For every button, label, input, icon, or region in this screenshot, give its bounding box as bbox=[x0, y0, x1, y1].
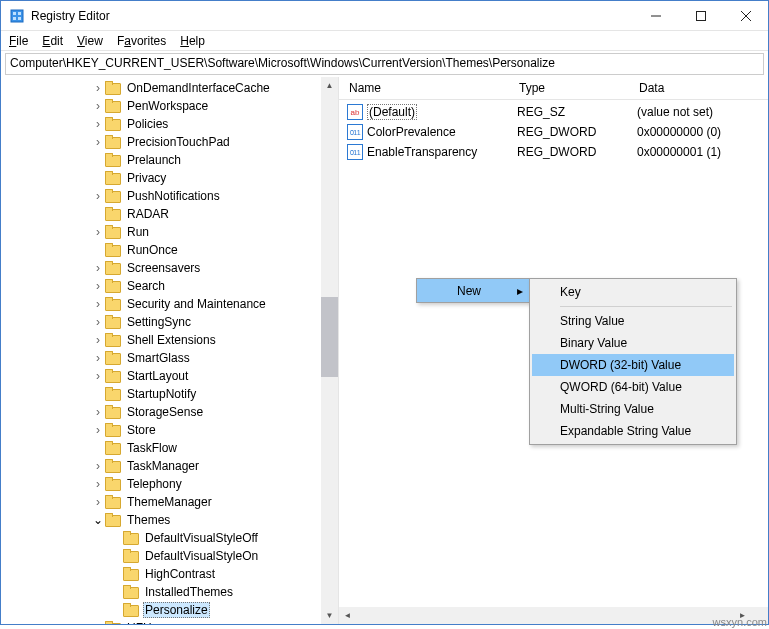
list-row[interactable]: ab(Default)REG_SZ(value not set) bbox=[339, 102, 768, 122]
folder-icon bbox=[105, 99, 121, 113]
tree-item[interactable]: ›Privacy bbox=[1, 169, 338, 187]
tree-expander-icon[interactable]: ⌄ bbox=[91, 513, 105, 527]
list-row[interactable]: 011ColorPrevalenceREG_DWORD0x00000000 (0… bbox=[339, 122, 768, 142]
tree-item[interactable]: ›StartLayout bbox=[1, 367, 338, 385]
tree-item[interactable]: ›SettingSync bbox=[1, 313, 338, 331]
tree-item[interactable]: ›Personalize bbox=[1, 601, 338, 619]
window-title: Registry Editor bbox=[31, 9, 633, 23]
folder-icon bbox=[105, 189, 121, 203]
menu-favorites[interactable]: Favorites bbox=[117, 34, 166, 48]
watermark: wsxyn.com bbox=[713, 616, 767, 628]
tree-label: Run bbox=[125, 225, 151, 239]
tree-item[interactable]: ›TaskFlow bbox=[1, 439, 338, 457]
tree-expander-icon[interactable]: › bbox=[91, 81, 105, 95]
tree-item[interactable]: ›Telephony bbox=[1, 475, 338, 493]
tree-item[interactable]: ›Prelaunch bbox=[1, 151, 338, 169]
list-hscrollbar[interactable]: ◄ ► bbox=[339, 607, 751, 624]
tree-expander-icon[interactable]: › bbox=[91, 495, 105, 509]
tree-expander-icon[interactable]: › bbox=[91, 333, 105, 347]
tree-item[interactable]: ›StorageSense bbox=[1, 403, 338, 421]
tree-item[interactable]: ›ThemeManager bbox=[1, 493, 338, 511]
context-item[interactable]: DWORD (32-bit) Value bbox=[532, 354, 734, 376]
folder-icon bbox=[123, 585, 139, 599]
tree-expander-icon[interactable]: › bbox=[91, 423, 105, 437]
tree-item[interactable]: ›InstalledThemes bbox=[1, 583, 338, 601]
tree-item[interactable]: ›StartupNotify bbox=[1, 385, 338, 403]
tree-item[interactable]: ⌄Themes bbox=[1, 511, 338, 529]
tree-label: TaskManager bbox=[125, 459, 201, 473]
folder-icon bbox=[105, 297, 121, 311]
folder-icon bbox=[105, 441, 121, 455]
menu-view[interactable]: View bbox=[77, 34, 103, 48]
tree-expander-icon[interactable]: › bbox=[91, 315, 105, 329]
tree-label: RunOnce bbox=[125, 243, 180, 257]
context-item[interactable]: Binary Value bbox=[532, 332, 734, 354]
tree-item[interactable]: ›Policies bbox=[1, 115, 338, 133]
context-item[interactable]: QWORD (64-bit) Value bbox=[532, 376, 734, 398]
tree-scrollbar[interactable]: ▲ ▼ bbox=[321, 77, 338, 624]
menu-help[interactable]: Help bbox=[180, 34, 205, 48]
tree-label: Store bbox=[125, 423, 158, 437]
tree-expander-icon[interactable]: › bbox=[91, 117, 105, 131]
tree-expander-icon[interactable]: › bbox=[91, 135, 105, 149]
value-type: REG_SZ bbox=[517, 105, 637, 119]
tree-item[interactable]: ›PushNotifications bbox=[1, 187, 338, 205]
close-button[interactable] bbox=[723, 1, 768, 30]
col-type[interactable]: Type bbox=[517, 77, 637, 99]
address-bar[interactable]: Computer\HKEY_CURRENT_USER\Software\Micr… bbox=[5, 53, 764, 75]
tree-expander-icon[interactable]: › bbox=[91, 279, 105, 293]
minimize-button[interactable] bbox=[633, 1, 678, 30]
col-data[interactable]: Data bbox=[637, 77, 737, 99]
value-name: ColorPrevalence bbox=[367, 125, 517, 139]
scroll-thumb[interactable] bbox=[321, 297, 338, 377]
tree-label: SettingSync bbox=[125, 315, 193, 329]
tree-expander-icon[interactable]: › bbox=[91, 405, 105, 419]
context-item[interactable]: String Value bbox=[532, 310, 734, 332]
tree-expander-icon[interactable]: › bbox=[91, 189, 105, 203]
scroll-left-button[interactable]: ◄ bbox=[339, 607, 356, 624]
tree-item[interactable]: ›SmartGlass bbox=[1, 349, 338, 367]
tree-expander-icon[interactable]: › bbox=[91, 261, 105, 275]
tree-item[interactable]: ›DefaultVisualStyleOff bbox=[1, 529, 338, 547]
tree-item[interactable]: ›Shell Extensions bbox=[1, 331, 338, 349]
scroll-down-button[interactable]: ▼ bbox=[321, 607, 338, 624]
context-item[interactable]: Multi-String Value bbox=[532, 398, 734, 420]
tree-expander-icon[interactable]: › bbox=[91, 621, 105, 624]
context-new-item[interactable]: New ▸ bbox=[417, 279, 529, 302]
tree-item[interactable]: ›OnDemandInterfaceCache bbox=[1, 79, 338, 97]
col-name[interactable]: Name bbox=[347, 77, 517, 99]
tree-item[interactable]: ›Security and Maintenance bbox=[1, 295, 338, 313]
tree-item[interactable]: ›Store bbox=[1, 421, 338, 439]
tree-expander-icon[interactable]: › bbox=[91, 297, 105, 311]
tree-expander-icon[interactable]: › bbox=[91, 351, 105, 365]
maximize-button[interactable] bbox=[678, 1, 723, 30]
tree-label: PenWorkspace bbox=[125, 99, 210, 113]
tree-expander-icon[interactable]: › bbox=[91, 477, 105, 491]
tree-item[interactable]: ›DefaultVisualStyleOn bbox=[1, 547, 338, 565]
tree-item[interactable]: ›UFH bbox=[1, 619, 338, 624]
folder-icon bbox=[105, 81, 121, 95]
tree-item[interactable]: ›RADAR bbox=[1, 205, 338, 223]
list-row[interactable]: 011EnableTransparencyREG_DWORD0x00000001… bbox=[339, 142, 768, 162]
tree-expander-icon[interactable]: › bbox=[91, 225, 105, 239]
folder-icon bbox=[105, 243, 121, 257]
tree-item[interactable]: ›TaskManager bbox=[1, 457, 338, 475]
binary-value-icon: 011 bbox=[347, 144, 363, 160]
tree-expander-icon[interactable]: › bbox=[91, 99, 105, 113]
context-item[interactable]: Expandable String Value bbox=[532, 420, 734, 442]
tree-label: Screensavers bbox=[125, 261, 202, 275]
tree-expander-icon[interactable]: › bbox=[91, 369, 105, 383]
menu-file[interactable]: File bbox=[9, 34, 28, 48]
tree-item[interactable]: ›PenWorkspace bbox=[1, 97, 338, 115]
context-item[interactable]: Key bbox=[532, 281, 734, 303]
tree-item[interactable]: ›PrecisionTouchPad bbox=[1, 133, 338, 151]
tree-item[interactable]: ›RunOnce bbox=[1, 241, 338, 259]
tree-item[interactable]: ›HighContrast bbox=[1, 565, 338, 583]
tree-item[interactable]: ›Run bbox=[1, 223, 338, 241]
tree-item[interactable]: ›Screensavers bbox=[1, 259, 338, 277]
scroll-up-button[interactable]: ▲ bbox=[321, 77, 338, 94]
tree-pane[interactable]: ›OnDemandInterfaceCache›PenWorkspace›Pol… bbox=[1, 77, 339, 624]
tree-item[interactable]: ›Search bbox=[1, 277, 338, 295]
tree-expander-icon[interactable]: › bbox=[91, 459, 105, 473]
menu-edit[interactable]: Edit bbox=[42, 34, 63, 48]
